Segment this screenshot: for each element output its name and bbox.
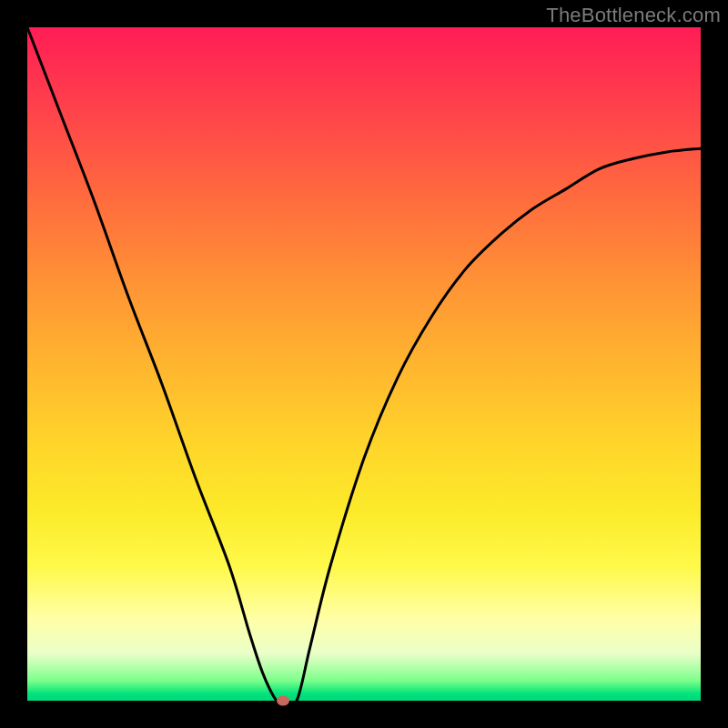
curve-svg [27,27,701,701]
plot-area [27,27,701,701]
curve-path [27,27,701,701]
optimum-marker [277,696,289,706]
watermark-text: TheBottleneck.com [546,4,721,27]
chart-frame: TheBottleneck.com [0,0,728,728]
